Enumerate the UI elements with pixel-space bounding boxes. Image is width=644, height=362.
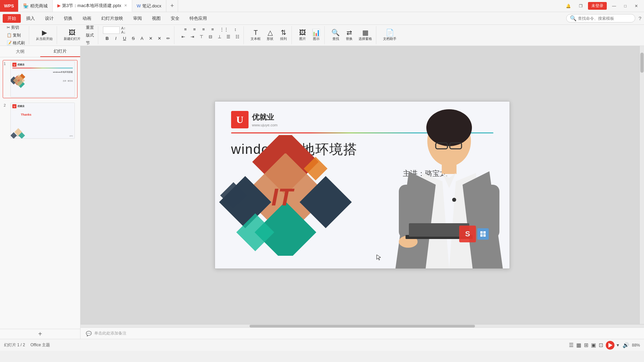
align-bottom-btn[interactable]: ⊥ (215, 34, 223, 40)
font-size-down-btn[interactable]: A↓ (121, 30, 125, 34)
notification-icon[interactable]: 🔔 (563, 3, 574, 9)
assistant-label: 文档助手 (383, 37, 396, 41)
textbox-btn[interactable]: T 文本框 (249, 28, 263, 42)
v-scroll-thumb[interactable] (640, 53, 644, 73)
image-btn[interactable]: 🖼 图片 (297, 28, 309, 42)
assistant-btn[interactable]: 📄 文档助手 (381, 28, 398, 42)
ribbon-tab-start[interactable]: 开始 (3, 14, 21, 23)
pen-btn[interactable]: ✏ (164, 35, 172, 42)
cut-btn[interactable]: ✂ 剪切 (5, 24, 27, 31)
num-list-btn[interactable]: ☷ (233, 34, 241, 40)
align-top-btn[interactable]: ⊤ (197, 34, 205, 40)
list-view-icon[interactable]: ☰ (569, 342, 574, 348)
list-btn[interactable]: ☰ (224, 34, 232, 40)
maximize-icon[interactable]: □ (622, 3, 629, 9)
format-btn[interactable]: 版式 (84, 32, 96, 39)
slide-canvas[interactable]: U 优就业 www.ujuye.com windows本地环境搭 主讲：骆宝龙 (80, 46, 644, 324)
unreg-button[interactable]: 未登录 (588, 2, 607, 10)
align-middle-btn[interactable]: ⊟ (206, 34, 214, 40)
notes-placeholder[interactable]: 单击此处添加备注 (94, 330, 126, 336)
minimize-icon[interactable]: — (609, 3, 619, 9)
ribbon-tab-security[interactable]: 安全 (166, 14, 184, 23)
close-window-icon[interactable]: ✕ (632, 3, 641, 9)
daoke-icon: 🏪 (23, 3, 29, 8)
strike-btn[interactable]: S (129, 35, 137, 42)
normal-view-icon[interactable]: ▦ (576, 342, 581, 348)
assistant-icon: 📄 (386, 29, 394, 36)
align-justify-btn[interactable]: ≡ (209, 26, 217, 33)
paste-format-btn[interactable]: 📝 格式刷 (5, 40, 27, 47)
font-size-up-btn[interactable]: A↑ (121, 26, 125, 30)
picture-btn[interactable]: 📊 图示 (310, 28, 322, 42)
align-left-btn[interactable]: ≡ (181, 26, 190, 33)
ribbon-tab-review[interactable]: 审阅 (128, 14, 147, 23)
reset-btn[interactable]: 重置 (84, 24, 96, 31)
svg-rect-38 (483, 231, 486, 234)
font-size-input[interactable]: 0 (103, 26, 120, 34)
slide-item-2[interactable]: 2 U 优就业 Thanks 联系方式信息QR码 (3, 102, 77, 140)
svg-rect-39 (480, 234, 483, 237)
s-logo: S (459, 226, 476, 242)
logo-url: www.ujuye.com (252, 123, 277, 127)
select-btn[interactable]: ▦ 选择窗格 (357, 28, 374, 42)
ribbon-tab-insert[interactable]: 插入 (21, 14, 40, 23)
ribbon-tab-animation[interactable]: 动画 (78, 14, 96, 23)
clear-btn[interactable]: ✕ (147, 35, 155, 42)
search-input[interactable] (578, 16, 632, 21)
play-btn[interactable]: ▶ 从当前开始 (34, 28, 55, 42)
grid-view-icon[interactable]: ⊞ (584, 342, 588, 348)
close-pptx-icon[interactable]: ✕ (124, 3, 127, 8)
tab-outline[interactable]: 大纲 (0, 46, 40, 57)
tab-pptx[interactable]: ▶ 第3节：mac本地环境搭建.pptx ✕ (53, 0, 132, 12)
h-scroll-thumb[interactable] (250, 325, 475, 327)
find-btn[interactable]: 🔍 查找 (329, 28, 342, 42)
ribbon-tab-special[interactable]: 特色应用 (185, 14, 212, 23)
tab-slides[interactable]: 幻灯片 (40, 46, 80, 57)
new-tab-btn[interactable]: + (166, 0, 178, 12)
play-slideshow-btn[interactable] (606, 341, 614, 350)
shape-btn[interactable]: △ 形状 (264, 28, 276, 42)
play-dropdown-icon[interactable]: ▼ (616, 343, 620, 348)
ribbon-tab-transition[interactable]: 切换 (59, 14, 77, 23)
add-slide-btn[interactable]: + (0, 329, 80, 339)
notes-icon: 💬 (86, 331, 92, 336)
copy-btn[interactable]: 📋 复制 (5, 32, 27, 39)
slide-item-1[interactable]: 1 U 优就业 (3, 60, 77, 98)
line-space-btn[interactable]: ↕ (231, 26, 239, 33)
help-icon[interactable]: ? (639, 15, 641, 21)
new-slide-btn[interactable]: 🖼 新建幻灯片 (62, 28, 83, 42)
logo-text-group: 优就业 www.ujuye.com (252, 112, 277, 127)
underline-btn[interactable]: U (120, 35, 128, 42)
ribbon-tab-design[interactable]: 设计 (40, 14, 58, 23)
search-bar[interactable]: 🔍 (566, 14, 635, 22)
h-scroll[interactable] (80, 324, 644, 327)
sort-btn[interactable]: ⇅ 排列 (277, 28, 289, 42)
color-btn[interactable]: A (138, 35, 146, 42)
replace-btn[interactable]: ⇄ 替换 (343, 28, 355, 42)
audio-icon[interactable]: 🔊 (623, 342, 629, 348)
align-center-btn[interactable]: ≡ (191, 26, 199, 33)
slide-num-1: 1 (4, 62, 9, 66)
indent-left-btn[interactable]: ⇤ (179, 34, 187, 40)
bold-btn[interactable]: B (103, 35, 111, 42)
align-right-btn[interactable]: ≡ (200, 26, 208, 33)
v-scroll[interactable] (639, 46, 644, 324)
find-label: 查找 (332, 37, 339, 41)
sort-label: 排列 (280, 37, 287, 41)
read-view-icon[interactable]: ⊡ (599, 342, 603, 348)
restore-icon[interactable]: ❐ (576, 3, 585, 9)
indent-right-btn[interactable]: ⇥ (188, 34, 196, 40)
split-view-icon[interactable]: ▣ (591, 342, 596, 348)
clear2-btn[interactable]: ✕ (155, 35, 163, 42)
col-btn[interactable]: ⋮⋮ (218, 26, 230, 33)
tab-docx[interactable]: W 笔记.docx (132, 0, 166, 12)
wps-tab[interactable]: WPS (0, 0, 18, 12)
ribbon-tab-slideshow[interactable]: 幻灯片放映 (97, 14, 128, 23)
play-wrap: ▼ (606, 341, 620, 350)
tab-daoke[interactable]: 🏪 稻壳商城 (18, 0, 53, 12)
section-btn[interactable]: 节 (84, 40, 96, 47)
italic-btn[interactable]: I (112, 35, 120, 42)
ribbon-tab-view[interactable]: 视图 (147, 14, 165, 23)
slide-thumb-1: U 优就业 (10, 61, 75, 97)
textbox-group: T 文本框 △ 形状 ⇅ 排列 (247, 26, 292, 44)
